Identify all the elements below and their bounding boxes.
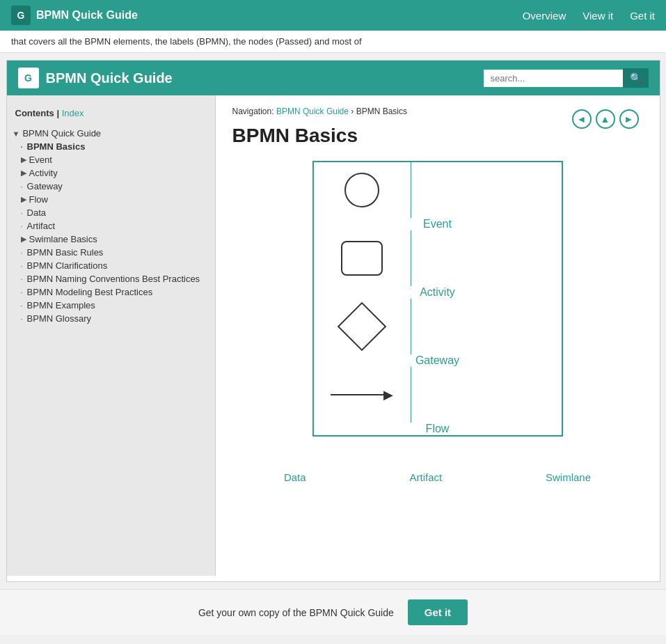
sidebar-item-bpmn-quick-guide[interactable]: ▼ BPMN Quick Guide — [7, 127, 215, 140]
sidebar-item-bpmn-examples[interactable]: · BPMN Examples — [7, 299, 215, 312]
tree-bullet: · — [21, 249, 23, 257]
table-row: Gateway — [313, 299, 562, 367]
search-input[interactable] — [484, 70, 623, 87]
sidebar-item-label: Swimlane Basics — [29, 234, 97, 244]
data-link[interactable]: Data — [284, 471, 306, 483]
tree-bullet: · — [21, 262, 23, 270]
flow-label-cell: Flow — [314, 423, 562, 435]
flow-icon-cell: ▶ — [314, 367, 411, 423]
gateway-shape — [338, 302, 387, 352]
sidebar-item-activity[interactable]: ▶ Activity — [7, 166, 215, 180]
app-header-logo: G BPMN Quick Guide — [18, 68, 173, 88]
sidebar-item-label: Artifact — [27, 221, 55, 231]
swimlane-link[interactable]: Swimlane — [546, 471, 591, 483]
gateway-icon-cell — [314, 299, 411, 354]
tree-arrow: ▶ — [21, 235, 26, 244]
sidebar-item-label: Gateway — [27, 181, 63, 191]
event-shape — [344, 173, 379, 207]
flow-arrowhead: ▶ — [383, 387, 393, 402]
activity-shape — [341, 241, 383, 276]
bottom-links: Data Artifact Swimlane — [232, 471, 643, 483]
scroll-bar: that covers all the BPMN elements, the l… — [0, 31, 666, 53]
flow-link[interactable]: Flow — [426, 423, 450, 435]
sidebar-item-label: Event — [29, 155, 52, 165]
event-label-cell: Event — [314, 218, 562, 230]
get-it-link[interactable]: Get it — [630, 10, 655, 22]
tree-arrow: ▶ — [21, 168, 26, 178]
tree-arrow: ▼ — [13, 129, 20, 138]
contents-tab-label[interactable]: Contents — [15, 108, 54, 118]
tree-arrow: ▶ — [21, 195, 26, 204]
gateway-label-cell: Gateway — [314, 354, 562, 367]
sidebar-item-flow[interactable]: ▶ Flow — [7, 193, 215, 206]
activity-icon-cell — [314, 230, 411, 286]
nav-forward-button[interactable]: ► — [619, 109, 639, 129]
sidebar-item-bpmn-glossary[interactable]: · BPMN Glossary — [7, 312, 215, 325]
breadcrumb-separator: › — [351, 107, 356, 116]
bpmn-diagram-table: Event Activity — [312, 161, 563, 437]
tree-bullet: · — [21, 288, 23, 297]
sidebar-item-label: BPMN Examples — [27, 300, 95, 311]
content-area: Contents | Index ▼ BPMN Quick Guide · BP… — [7, 95, 660, 576]
app-header: G BPMN Quick Guide 🔍 — [7, 61, 660, 95]
breadcrumb-current: BPMN Basics — [356, 107, 407, 116]
activity-label-cell: Activity — [314, 286, 562, 299]
footer-get-it-button[interactable]: Get it — [408, 599, 468, 625]
sidebar-item-label: Activity — [29, 168, 58, 178]
sidebar: Contents | Index ▼ BPMN Quick Guide · BP… — [7, 95, 216, 576]
tree-bullet: · — [21, 315, 23, 323]
search-bar: 🔍 — [484, 68, 649, 88]
tree-bullet: · — [21, 301, 23, 310]
sidebar-item-artifact[interactable]: · Artifact — [7, 219, 215, 233]
artifact-link[interactable]: Artifact — [409, 471, 442, 483]
sidebar-item-bpmn-basics[interactable]: · BPMN Basics — [7, 140, 215, 153]
footer-text: Get your own copy of the BPMN Quick Guid… — [198, 607, 394, 618]
tree-arrow: ▶ — [21, 155, 26, 164]
top-nav-logo: G BPMN Quick Guide — [11, 6, 138, 25]
tree-bullet: · — [21, 182, 23, 191]
sidebar-item-label: Data — [27, 207, 46, 218]
nav-back-button[interactable]: ◄ — [572, 109, 592, 129]
sidebar-item-label: BPMN Basics — [27, 141, 86, 152]
sidebar-item-label: BPMN Glossary — [27, 313, 91, 324]
sidebar-item-gateway[interactable]: · Gateway — [7, 180, 215, 193]
sidebar-item-data[interactable]: · Data — [7, 206, 215, 219]
index-tab-link[interactable]: Index — [62, 108, 84, 118]
search-button[interactable]: 🔍 — [623, 68, 649, 88]
sidebar-item-label: Flow — [29, 194, 48, 205]
event-icon-cell — [314, 162, 411, 218]
tab-separator: | — [56, 108, 61, 118]
flow-line — [331, 394, 386, 395]
tree-bullet: · — [21, 143, 23, 151]
sidebar-tabs: Contents | Index — [7, 102, 215, 124]
nav-up-button[interactable]: ▲ — [596, 109, 615, 129]
sidebar-item-bpmn-basic-rules[interactable]: · BPMN Basic Rules — [7, 246, 215, 259]
sidebar-item-event[interactable]: ▶ Event — [7, 153, 215, 166]
event-link[interactable]: Event — [423, 218, 452, 230]
sidebar-item-label: BPMN Clarifications — [27, 260, 108, 271]
sidebar-item-label: BPMN Naming Conventions Best Practices — [27, 274, 200, 284]
top-nav-links: Overview View it Get it — [523, 10, 655, 22]
app-header-title: BPMN Quick Guide — [46, 70, 173, 86]
tree-bullet: · — [21, 275, 23, 283]
table-row: ▶ Flow — [313, 367, 562, 436]
breadcrumb-prefix: Navigation: — [232, 107, 274, 116]
overview-link[interactable]: Overview — [523, 10, 566, 22]
activity-link[interactable]: Activity — [420, 286, 455, 299]
sidebar-item-naming-conventions[interactable]: · BPMN Naming Conventions Best Practices — [7, 272, 215, 285]
breadcrumb-link[interactable]: BPMN Quick Guide — [276, 107, 349, 116]
sidebar-item-label: BPMN Quick Guide — [22, 128, 101, 139]
table-row: Event — [313, 162, 562, 230]
tree-bullet: · — [21, 209, 23, 217]
sidebar-item-modeling-best-practices[interactable]: · BPMN Modeling Best Practices — [7, 285, 215, 299]
top-nav-logo-icon: G — [11, 6, 31, 25]
sidebar-item-swimlane-basics[interactable]: ▶ Swimlane Basics — [7, 233, 215, 246]
app-logo-icon: G — [18, 68, 39, 88]
gateway-link[interactable]: Gateway — [415, 354, 459, 367]
flow-shape: ▶ — [331, 387, 393, 402]
sidebar-item-label: BPMN Modeling Best Practices — [27, 287, 153, 297]
table-row: Activity — [313, 230, 562, 299]
sidebar-tree: ▼ BPMN Quick Guide · BPMN Basics ▶ Event… — [7, 124, 215, 328]
sidebar-item-bpmn-clarifications[interactable]: · BPMN Clarifications — [7, 259, 215, 272]
view-it-link[interactable]: View it — [582, 10, 613, 22]
